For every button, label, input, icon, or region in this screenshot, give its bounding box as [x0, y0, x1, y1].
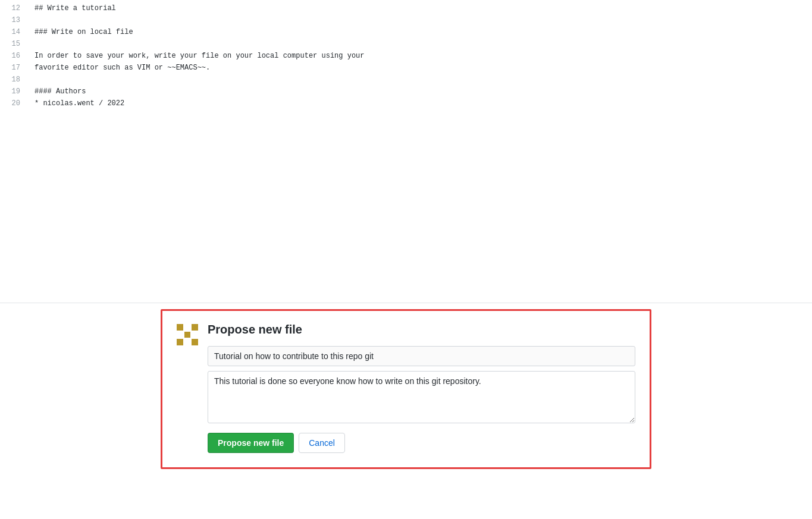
line-number: 20 — [0, 97, 30, 109]
code-line: 13 — [0, 14, 812, 26]
code-content: 12## Write a tutorial1314### Write on lo… — [0, 0, 812, 109]
propose-new-file-button[interactable]: Propose new file — [208, 433, 294, 453]
git-icon-cell — [177, 332, 183, 338]
line-number: 12 — [0, 2, 30, 14]
git-icon-cell — [177, 324, 183, 331]
line-content: #### Authors — [30, 86, 86, 97]
line-number: 13 — [0, 14, 30, 26]
code-line: 20* nicolas.went / 2022 — [0, 97, 812, 109]
git-icon-cell — [184, 332, 191, 338]
cancel-button[interactable]: Cancel — [299, 433, 345, 453]
commit-title-input[interactable] — [208, 346, 635, 366]
code-editor: 12## Write a tutorial1314### Write on lo… — [0, 0, 812, 303]
line-content: * nicolas.went / 2022 — [30, 97, 124, 109]
line-number: 16 — [0, 50, 30, 62]
code-line: 12## Write a tutorial — [0, 2, 812, 14]
propose-form: Propose new file Propose new file Cancel — [208, 323, 635, 453]
git-icon-cell — [192, 324, 198, 331]
line-number: 14 — [0, 26, 30, 38]
line-content: ### Write on local file — [30, 26, 133, 38]
code-line: 17favorite editor such as VIM or ~~EMACS… — [0, 62, 812, 74]
git-icon-cell — [192, 332, 198, 338]
code-line: 19#### Authors — [0, 86, 812, 97]
code-line: 14### Write on local file — [0, 26, 812, 38]
propose-dialog-title: Propose new file — [208, 323, 635, 336]
line-number: 15 — [0, 38, 30, 50]
action-buttons: Propose new file Cancel — [208, 433, 635, 453]
git-icon-cell — [192, 339, 198, 345]
line-content: favorite editor such as VIM or ~~EMACS~~… — [30, 62, 210, 74]
code-line: 18 — [0, 74, 812, 86]
code-line: 16In order to save your work, write your… — [0, 50, 812, 62]
line-number: 18 — [0, 74, 30, 86]
line-content: In order to save your work, write your f… — [30, 50, 365, 62]
bottom-panel: Propose new file Propose new file Cancel — [0, 303, 812, 519]
line-content: ## Write a tutorial — [30, 2, 116, 14]
propose-dialog: Propose new file Propose new file Cancel — [161, 309, 651, 469]
git-icon — [177, 324, 198, 345]
git-icon-cell — [177, 339, 183, 345]
git-icon-cell — [184, 339, 191, 345]
git-icon-cell — [184, 324, 191, 331]
line-number: 17 — [0, 62, 30, 74]
commit-description-textarea[interactable] — [208, 371, 635, 423]
line-number: 19 — [0, 86, 30, 97]
code-line: 15 — [0, 38, 812, 50]
